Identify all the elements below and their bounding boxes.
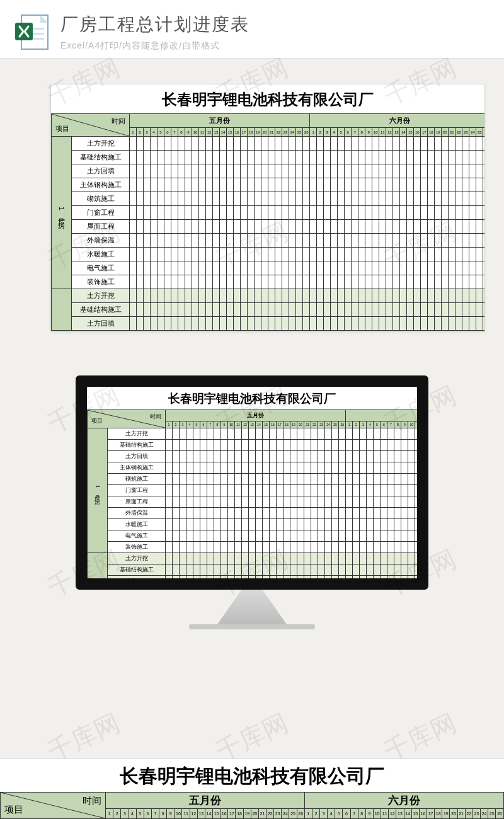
gantt-cell — [255, 317, 261, 331]
gantt-cell — [137, 317, 144, 331]
gantt-cell — [469, 164, 476, 178]
gantt-cell — [289, 151, 296, 164]
gantt-cell — [338, 303, 345, 317]
gantt-cell — [214, 530, 221, 542]
gantt-cell — [270, 462, 277, 474]
gantt-cell — [249, 485, 256, 496]
gantt-cell — [261, 248, 268, 261]
gantt-cell — [422, 485, 428, 496]
gantt-cell — [449, 206, 455, 220]
day-cell: 17 — [277, 421, 284, 428]
gantt-cell — [311, 519, 318, 530]
gantt-cell — [303, 317, 310, 331]
gantt-cell — [284, 553, 290, 564]
gantt-cell — [338, 261, 345, 275]
gantt-cell — [284, 474, 290, 485]
gantt-cell — [414, 317, 421, 331]
gantt-cell — [455, 206, 462, 220]
day-cell: 17 — [421, 128, 428, 137]
gantt-cell — [400, 303, 407, 317]
gantt-cell — [332, 485, 339, 496]
gantt-cell — [275, 317, 282, 331]
gantt-cell — [221, 474, 228, 485]
gantt-cell — [178, 137, 185, 151]
gantt-cell — [381, 428, 387, 440]
gantt-cell — [297, 519, 304, 530]
gantt-cell — [393, 234, 400, 248]
gantt-cell — [338, 275, 345, 289]
gantt-cell — [158, 234, 164, 248]
gantt-cell — [200, 451, 207, 462]
day-cell: 8 — [394, 421, 401, 428]
gantt-cell — [374, 564, 381, 576]
gantt-cell — [206, 317, 213, 331]
gantt-cell — [304, 553, 311, 564]
gantt-cell — [220, 248, 227, 261]
gantt-cell — [455, 220, 462, 234]
gantt-cell — [449, 261, 455, 275]
gantt-cell — [310, 178, 317, 192]
gantt-cell — [400, 164, 407, 178]
gantt-cell — [365, 220, 372, 234]
gantt-cell — [171, 137, 178, 151]
gantt-cell — [414, 206, 421, 220]
gantt-cell — [242, 519, 249, 530]
gantt-cell — [241, 220, 248, 234]
corner-cell: 项目 时间 — [52, 114, 130, 137]
gantt-cell — [379, 248, 386, 261]
gantt-cell — [277, 428, 284, 440]
gantt-cell — [483, 164, 485, 178]
day-cell: 7 — [207, 421, 214, 428]
gantt-cell — [360, 440, 367, 451]
gantt-cell — [386, 289, 393, 303]
gantt-cell — [449, 303, 455, 317]
gantt-cell — [227, 206, 234, 220]
gantt-cell — [241, 317, 248, 331]
gantt-cell — [352, 303, 358, 317]
gantt-cell — [235, 576, 242, 587]
gantt-cell — [207, 428, 214, 440]
gantt-cell — [415, 474, 422, 485]
gantt-cell — [428, 206, 435, 220]
gantt-cell — [310, 164, 317, 178]
gantt-cell — [365, 261, 372, 275]
gantt-cell — [178, 261, 185, 275]
gantt-cell — [401, 508, 408, 519]
gantt-cell — [263, 508, 270, 519]
gantt-cell — [374, 530, 381, 542]
gantt-cell — [304, 440, 311, 451]
gantt-cell — [407, 137, 414, 151]
gantt-cell — [235, 428, 242, 440]
gantt-cell — [277, 485, 284, 496]
gantt-cell — [393, 164, 400, 178]
gantt-cell — [435, 261, 442, 275]
gantt-cell — [137, 178, 144, 192]
gantt-cell — [221, 485, 228, 496]
gantt-cell — [367, 542, 374, 553]
gantt-cell — [256, 428, 263, 440]
gantt-cell — [166, 508, 173, 519]
day-cell: 25 — [332, 421, 339, 428]
day-cell: 3 — [144, 128, 151, 137]
gantt-cell — [381, 508, 387, 519]
gantt-cell — [166, 428, 173, 440]
gantt-cell — [186, 542, 193, 553]
gantt-cell — [331, 317, 338, 331]
gantt-cell — [325, 451, 332, 462]
gantt-cell — [248, 234, 255, 248]
gantt-cell — [180, 564, 186, 576]
gantt-cell — [144, 178, 151, 192]
gantt-cell — [442, 261, 449, 275]
gantt-cell — [372, 303, 379, 317]
gantt-cell — [317, 317, 324, 331]
gantt-cell — [311, 530, 318, 542]
gantt-cell — [338, 289, 345, 303]
gantt-cell — [379, 234, 386, 248]
day-cell: 20 — [442, 128, 449, 137]
task-label: 电气施工 — [108, 530, 166, 542]
gantt-cell — [332, 564, 339, 576]
gantt-cell — [360, 428, 367, 440]
gantt-cell — [360, 474, 367, 485]
gantt-cell — [353, 564, 360, 576]
gantt-cell — [352, 206, 358, 220]
